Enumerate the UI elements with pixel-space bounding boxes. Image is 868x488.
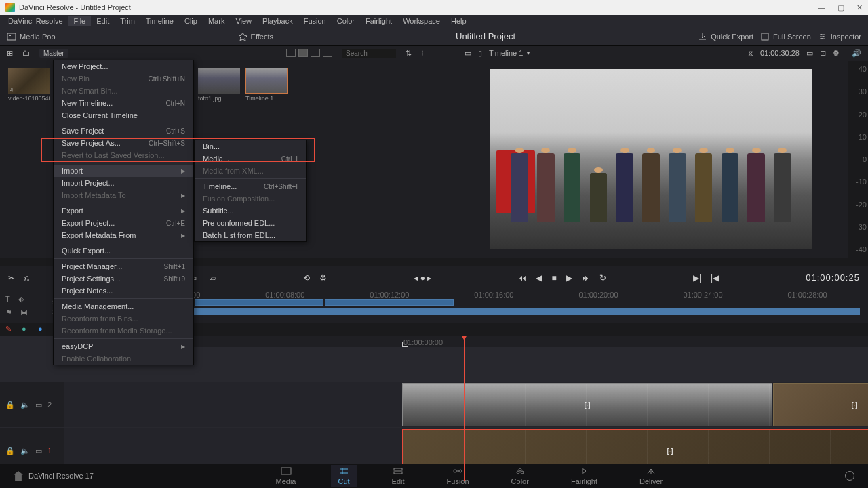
opt3-icon[interactable]: ⚙ [833, 49, 840, 58]
menu-fusion[interactable]: Fusion [298, 16, 332, 26]
view-thumb-icon[interactable] [298, 49, 308, 57]
opt2-icon[interactable]: ⊡ [820, 49, 826, 58]
view-toggle2-icon[interactable]: ▯ [478, 49, 482, 58]
minimize-button[interactable]: — [818, 3, 825, 12]
play-button[interactable]: ▶ [566, 273, 572, 283]
text-tool-icon[interactable]: T [5, 295, 10, 304]
mini-clip[interactable] [195, 299, 323, 306]
search-input[interactable] [342, 49, 396, 58]
menu-item[interactable]: Quick Export... [54, 245, 193, 257]
submenu-item[interactable]: Subtitle... [195, 205, 306, 217]
menu-item[interactable]: easyDCP▶ [54, 340, 193, 352]
menu-item[interactable]: Import Project... [54, 177, 193, 189]
page-fusion[interactable]: Fusion [440, 465, 476, 487]
play-reverse-button[interactable]: ◀ [536, 273, 542, 283]
menu-item[interactable]: Close Current Timeline [54, 109, 193, 121]
lock-b-icon[interactable]: ● [38, 325, 47, 334]
view-list-icon[interactable] [323, 49, 332, 57]
media-thumb[interactable]: Timeline 1 [245, 68, 288, 102]
next-clip-button[interactable]: ▶| [693, 273, 701, 283]
home-icon[interactable] [14, 471, 23, 481]
menu-item[interactable]: Export Project...Ctrl+E [54, 217, 193, 229]
view-toggle-icon[interactable]: ▭ [465, 49, 471, 58]
page-color[interactable]: Color [505, 465, 536, 487]
menu-fairlight[interactable]: Fairlight [360, 16, 397, 26]
settings-icon[interactable]: ⚙ [319, 273, 327, 283]
page-deliver[interactable]: Deliver [633, 465, 669, 487]
menu-timeline[interactable]: Timeline [140, 16, 179, 26]
menu-edit[interactable]: Edit [91, 16, 115, 26]
track-lock-icon[interactable]: 🔒 [5, 447, 15, 455]
timeline-clip[interactable]: [·] [402, 383, 772, 426]
menu-item[interactable]: Export▶ [54, 205, 193, 217]
speaker-icon[interactable]: 🔊 [852, 49, 861, 58]
mini-clip[interactable] [325, 299, 454, 306]
menu-playback[interactable]: Playback [257, 16, 298, 26]
track-view-icon[interactable]: ▭ [35, 447, 42, 455]
view-strip-icon[interactable] [311, 49, 320, 57]
menu-item[interactable]: Project Settings...Shift+9 [54, 272, 193, 285]
flag-tool-icon[interactable]: ⚑ [5, 308, 12, 317]
stop-button[interactable]: ■ [551, 273, 556, 283]
menu-mark[interactable]: Mark [203, 16, 230, 26]
submenu-item[interactable]: Bin... [195, 140, 306, 152]
menu-file[interactable]: File [68, 16, 92, 26]
timeline-selector[interactable]: Timeline 1▾ [489, 49, 530, 57]
menu-item[interactable]: Export Metadata From▶ [54, 229, 193, 241]
media-thumb[interactable]: foto1.jpg [198, 68, 240, 102]
viewer-image[interactable] [490, 69, 812, 249]
menu-item[interactable]: Media Management... [54, 300, 193, 312]
effects-button[interactable]: Effects [238, 32, 273, 41]
in-point-marker[interactable] [402, 342, 408, 347]
close-button[interactable]: ✕ [856, 3, 863, 12]
full-screen-button[interactable]: Full Screen [760, 32, 811, 41]
media-pool-button[interactable]: Media Poo [7, 32, 56, 41]
ripple-icon[interactable]: ▱ [210, 273, 216, 283]
loop-button[interactable]: ↻ [599, 273, 606, 283]
tool-scissors-icon[interactable]: ⎌ [24, 273, 29, 283]
transition-tool-icon[interactable]: ⧓ [20, 308, 28, 317]
track-view-icon[interactable]: ▭ [35, 401, 42, 409]
menu-workspace[interactable]: Workspace [397, 16, 446, 26]
quick-export-button[interactable]: Quick Export [698, 32, 753, 41]
page-media[interactable]: Media [269, 465, 303, 487]
sort-icon[interactable]: ⇅ [406, 49, 412, 58]
media-thumb[interactable]: ♫video-16180548 [8, 68, 50, 102]
tool-split-icon[interactable]: ✂ [8, 273, 15, 283]
import-media-icon[interactable]: ⊞ [7, 49, 13, 58]
track-lock-icon[interactable]: 🔒 [5, 401, 15, 409]
timecode-display[interactable]: 01:00:00:25 [806, 272, 860, 283]
submenu-item[interactable]: Media...Ctrl+I [195, 152, 306, 165]
submenu-item[interactable]: Timeline...Ctrl+Shift+I [195, 180, 306, 192]
menu-color[interactable]: Color [332, 16, 360, 26]
page-edit[interactable]: Edit [385, 465, 412, 487]
track-mute-icon[interactable]: 🔈 [20, 447, 30, 455]
go-start-button[interactable]: ⏮ [518, 273, 526, 283]
menu-item[interactable]: Project Manager...Shift+1 [54, 260, 193, 272]
maximize-button[interactable]: ▢ [837, 3, 844, 12]
menu-item[interactable]: New Timeline...Ctrl+N [54, 97, 193, 109]
marker-tool-icon[interactable]: ⬖ [18, 295, 24, 304]
submenu-item[interactable]: Batch List from EDL... [195, 229, 306, 241]
project-settings-icon[interactable] [845, 471, 854, 481]
submenu-item[interactable]: Pre-conformed EDL... [195, 217, 306, 229]
view-metadata-icon[interactable] [286, 49, 296, 57]
menu-item[interactable]: New Project... [54, 60, 193, 73]
prev-clip-button[interactable]: |◀ [711, 273, 719, 283]
menu-item[interactable]: Project Notes... [54, 285, 193, 297]
prev-dot-icon[interactable]: ◂ ● ▸ [414, 273, 431, 283]
timeline-clip[interactable]: [·] [773, 383, 868, 426]
jog-icon[interactable]: ⟲ [303, 273, 310, 283]
main-playhead[interactable] [464, 336, 465, 481]
menu-item[interactable]: Save Project As...Ctrl+Shift+S [54, 137, 193, 149]
pencil-tool-icon[interactable]: ✎ [5, 325, 15, 334]
menu-trim[interactable]: Trim [115, 16, 140, 26]
page-fairlight[interactable]: Fairlight [564, 465, 604, 487]
go-end-button[interactable]: ⏭ [582, 273, 590, 283]
lock-a-icon[interactable]: ● [22, 325, 31, 334]
menu-help[interactable]: Help [446, 16, 472, 26]
page-cut[interactable]: Cut [331, 465, 356, 487]
menu-clip[interactable]: Clip [179, 16, 203, 26]
track-mute-icon[interactable]: 🔈 [20, 401, 30, 409]
menu-item[interactable]: Save ProjectCtrl+S [54, 125, 193, 137]
